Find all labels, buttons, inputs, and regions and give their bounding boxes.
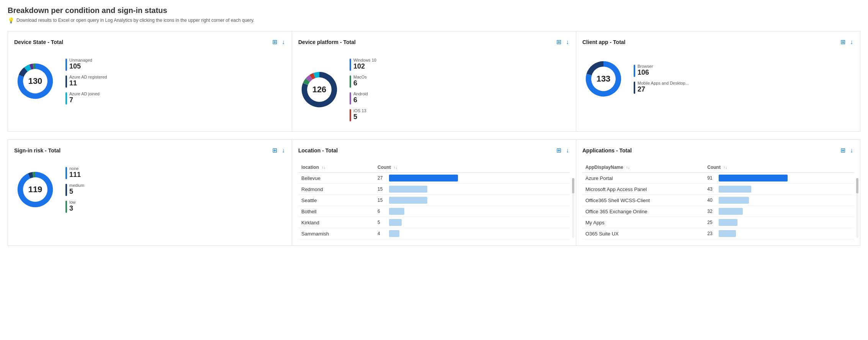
log-analytics-button[interactable]: ⊞ — [271, 38, 278, 46]
panel-actions: ⊞ ↓ — [840, 146, 854, 155]
download-button[interactable]: ↓ — [565, 38, 570, 46]
bar — [389, 219, 402, 226]
legend-item: Azure AD joined 7 — [65, 92, 107, 105]
donut-chart: 119 — [14, 168, 56, 211]
sort-icon[interactable]: ↑↓ — [626, 165, 630, 170]
table-row: Kirkland 5 — [298, 217, 570, 228]
legend-label: none — [69, 166, 81, 171]
legend-items: Browser 106 Mobile Apps and Desktop... 2… — [634, 64, 689, 94]
cell-count: 6 — [374, 206, 570, 217]
log-analytics-button[interactable]: ⊞ — [271, 146, 278, 155]
cell-name: Kirkland — [298, 217, 374, 228]
legend-label: Unmanaged — [69, 58, 92, 62]
table-row: Office 365 Exchange Online 32 — [582, 206, 854, 217]
row1-panels: Device State - Total ⊞ ↓ 130 Unmanaged 1… — [8, 31, 860, 132]
legend-color — [65, 75, 67, 88]
legend-label: Browser — [638, 64, 653, 69]
cell-name: Office 365 Exchange Online — [582, 206, 704, 217]
legend-color — [65, 92, 67, 105]
log-analytics-button[interactable]: ⊞ — [556, 146, 562, 155]
panel-applications: Applications - Total ⊞ ↓ AppDisplayName … — [576, 139, 860, 246]
info-text: Download results to Excel or open query … — [16, 18, 254, 23]
legend-value: 27 — [638, 85, 689, 93]
cell-name: Seattle — [298, 195, 374, 206]
legend-color — [350, 59, 351, 71]
log-analytics-button[interactable]: ⊞ — [556, 38, 562, 46]
legend-item: MacOs 6 — [350, 75, 376, 88]
legend-item: low 3 — [65, 200, 84, 213]
sort-icon[interactable]: ↑↓ — [322, 165, 325, 170]
legend-item: Windows 10 102 — [350, 58, 376, 71]
legend-label: Android — [353, 92, 368, 96]
cell-name: Bothell — [298, 206, 374, 217]
cell-count: 5 — [374, 217, 570, 228]
legend-item: Browser 106 — [634, 64, 689, 77]
cell-name: Office365 Shell WCSS-Client — [582, 195, 704, 206]
info-banner: 💡 Download results to Excel or open quer… — [8, 17, 860, 23]
chart-content: 119 none 111 medium 5 low 3 — [14, 162, 286, 217]
legend-color — [65, 184, 67, 196]
download-button[interactable]: ↓ — [849, 146, 854, 155]
legend-item: iOS 13 5 — [350, 108, 376, 121]
scrollbar-thumb[interactable] — [572, 178, 574, 193]
panel-actions: ⊞ ↓ — [556, 146, 570, 155]
download-button[interactable]: ↓ — [281, 146, 286, 155]
panel-title: Location - Total — [298, 147, 338, 154]
table-row: My Apps 25 — [582, 217, 854, 228]
chart-content: 126 Windows 10 102 MacOs 6 Android 6 — [298, 54, 570, 125]
panel-header: Device State - Total ⊞ ↓ — [14, 38, 286, 46]
panel-device-platform: Device platform - Total ⊞ ↓ 126 Windows … — [292, 31, 576, 132]
cell-name: My Apps — [582, 217, 704, 228]
cell-name: O365 Suite UX — [582, 228, 704, 239]
legend-color — [634, 82, 635, 94]
download-button[interactable]: ↓ — [565, 146, 570, 155]
col-header-name: location ↑↓ — [298, 162, 374, 173]
donut-total: 130 — [28, 76, 43, 86]
legend-value: 105 — [69, 62, 92, 70]
bar — [719, 197, 749, 204]
cell-count: 25 — [704, 217, 854, 228]
cell-name: Redmond — [298, 184, 374, 195]
cell-name: Sammamish — [298, 228, 374, 239]
download-button[interactable]: ↓ — [849, 38, 854, 46]
panel-title: Applications - Total — [582, 147, 632, 154]
legend-label: MacOs — [353, 75, 367, 79]
legend-value: 7 — [69, 96, 100, 104]
chart-content: 130 Unmanaged 105 Azure AD registered 11… — [14, 54, 286, 108]
bar — [389, 175, 458, 181]
cell-count: 15 — [374, 195, 570, 206]
legend-value: 6 — [353, 79, 367, 87]
donut-chart: 130 — [14, 60, 56, 102]
bulb-icon: 💡 — [8, 17, 14, 23]
table-row: Sammamish 4 — [298, 228, 570, 239]
scrollbar-track[interactable] — [572, 178, 574, 238]
panel-actions: ⊞ ↓ — [271, 146, 286, 155]
table-row: Office365 Shell WCSS-Client 40 — [582, 195, 854, 206]
legend-items: none 111 medium 5 low 3 — [65, 166, 84, 213]
sort-icon[interactable]: ↑↓ — [394, 165, 397, 170]
table-row: Seattle 15 — [298, 195, 570, 206]
legend-label: Windows 10 — [353, 58, 376, 62]
cell-count: 40 — [704, 195, 854, 206]
sort-icon[interactable]: ↑↓ — [723, 165, 727, 170]
scrollbar-track[interactable] — [856, 178, 858, 238]
legend-color — [350, 109, 351, 121]
panel-client-app: Client app - Total ⊞ ↓ 133 Browser 106 — [576, 31, 860, 132]
legend-item: medium 5 — [65, 183, 84, 196]
panel-header: Applications - Total ⊞ ↓ — [582, 146, 854, 155]
bar — [719, 208, 743, 215]
download-button[interactable]: ↓ — [281, 38, 286, 46]
data-table: AppDisplayName ↑↓ Count ↑↓ Azure Portal … — [582, 162, 854, 239]
scrollbar-thumb[interactable] — [856, 178, 858, 193]
panel-actions: ⊞ ↓ — [271, 38, 286, 46]
cell-name: Bellevue — [298, 173, 374, 184]
donut-total: 119 — [28, 185, 43, 195]
log-analytics-button[interactable]: ⊞ — [840, 146, 846, 155]
log-analytics-button[interactable]: ⊞ — [840, 38, 846, 46]
cell-count: 27 — [374, 173, 570, 184]
chart-content: 133 Browser 106 Mobile Apps and Desktop.… — [582, 54, 854, 104]
panel-title: Device State - Total — [14, 39, 63, 45]
panel-actions: ⊞ ↓ — [556, 38, 570, 46]
cell-count: 23 — [704, 228, 854, 239]
legend-items: Unmanaged 105 Azure AD registered 11 Azu… — [65, 58, 107, 105]
